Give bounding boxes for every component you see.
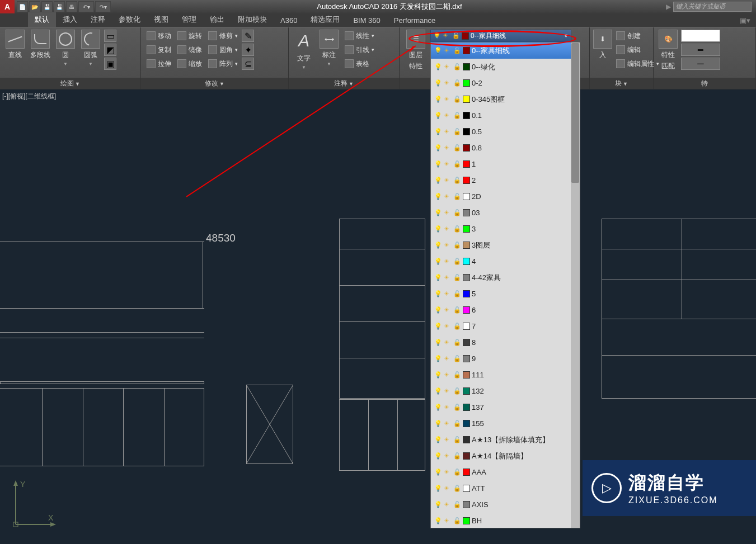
freeze-icon[interactable]: ☀	[444, 501, 452, 509]
freeze-icon[interactable]: ☀	[444, 290, 452, 298]
qat-save-icon[interactable]: 💾	[41, 1, 53, 12]
layer-item[interactable]: 💡☀🔓4	[431, 253, 580, 269]
bulb-icon[interactable]: 💡	[434, 96, 442, 103]
line-button[interactable]: 直线	[3, 30, 27, 75]
freeze-icon[interactable]: ☀	[444, 420, 452, 428]
lock-icon[interactable]: 🔓	[453, 128, 461, 136]
lock-icon[interactable]: 🔓	[453, 452, 461, 460]
tab-annotate[interactable]: 注释	[84, 12, 112, 27]
circle-button[interactable]: 圆▼	[54, 30, 77, 75]
lineweight-selector[interactable]: ━	[681, 44, 720, 56]
lock-icon[interactable]: 🔓	[453, 209, 461, 217]
layer-item[interactable]: 💡☀🔓A★13【拆除墙体填充】	[431, 432, 580, 448]
bulb-icon[interactable]: 💡	[434, 274, 442, 282]
layer-item[interactable]: 💡☀🔓0-345图框	[431, 91, 580, 107]
tab-overflow-icon[interactable]: ▣▾	[734, 14, 756, 27]
layer-dropdown[interactable]: 💡 ☀ 🔓 0--家具细线 ▼ 💡☀🔓0--家具细线💡☀🔓0--绿化💡☀🔓0-2…	[430, 30, 571, 42]
layer-item[interactable]: 💡☀🔓111	[431, 367, 580, 383]
bulb-icon[interactable]: 💡	[434, 501, 442, 509]
lock-icon[interactable]: 🔓	[453, 258, 461, 266]
bulb-icon[interactable]: 💡	[434, 517, 442, 525]
lock-icon[interactable]: 🔓	[453, 47, 461, 55]
layer-item[interactable]: 💡☀🔓1	[431, 156, 580, 172]
tab-addons[interactable]: 附加模块	[231, 12, 274, 27]
lock-icon[interactable]: 🔓	[453, 63, 461, 71]
hatch-button[interactable]: ◩	[104, 44, 116, 56]
freeze-icon[interactable]: ☀	[444, 258, 452, 266]
freeze-icon[interactable]: ☀	[444, 436, 452, 444]
lock-icon[interactable]: 🔓	[453, 242, 461, 249]
tab-parametric[interactable]: 参数化	[112, 12, 147, 27]
bulb-icon[interactable]: 💡	[434, 79, 442, 87]
layer-item[interactable]: 💡☀🔓5	[431, 286, 580, 302]
lock-icon[interactable]: 🔓	[453, 144, 461, 152]
layer-item[interactable]: 💡☀🔓155	[431, 415, 580, 432]
bulb-icon[interactable]: 💡	[434, 485, 442, 493]
freeze-icon[interactable]: ☀	[444, 160, 452, 168]
layer-item[interactable]: 💡☀🔓8	[431, 334, 580, 351]
bulb-icon[interactable]: 💡	[434, 258, 442, 266]
tab-featured[interactable]: 精选应用	[304, 12, 346, 27]
freeze-icon[interactable]: ☀	[444, 469, 452, 476]
layer-item[interactable]: 💡☀🔓3图层	[431, 237, 580, 253]
insert-block-button[interactable]: ⬇入	[593, 30, 612, 75]
lock-icon[interactable]: 🔓	[453, 306, 461, 314]
tab-bim360[interactable]: BIM 360	[346, 14, 387, 27]
layer-scrollbar[interactable]	[571, 42, 580, 528]
bulb-icon[interactable]: 💡	[434, 160, 442, 168]
layer-item[interactable]: 💡☀🔓AXIS	[431, 496, 580, 513]
bulb-icon[interactable]: 💡	[434, 404, 442, 411]
freeze-icon[interactable]: ☀	[444, 63, 452, 71]
layer-item[interactable]: 💡☀🔓03	[431, 205, 580, 221]
qat-saveas-icon[interactable]: 💾	[54, 1, 65, 12]
polyline-button[interactable]: 多段线	[29, 30, 52, 75]
freeze-icon[interactable]: ☀	[444, 79, 452, 87]
bulb-icon[interactable]: 💡	[434, 242, 442, 249]
bulb-icon[interactable]: 💡	[434, 209, 442, 217]
lock-icon[interactable]: 🔓	[453, 96, 461, 103]
qat-open-icon[interactable]: 📂	[29, 1, 40, 12]
panel-block-title[interactable]: 块▼	[590, 78, 653, 89]
bulb-icon[interactable]: 💡	[434, 420, 442, 428]
freeze-icon[interactable]: ☀	[444, 485, 452, 493]
lock-icon[interactable]: 🔓	[453, 501, 461, 509]
freeze-icon[interactable]: ☀	[444, 96, 452, 103]
bulb-icon[interactable]: 💡	[434, 47, 442, 55]
qat-new-icon[interactable]: 📄	[17, 1, 28, 12]
layer-item[interactable]: 💡☀🔓A★14【新隔墙】	[431, 448, 580, 464]
freeze-icon[interactable]: ☀	[444, 274, 452, 282]
trim-button[interactable]: 修剪 ▾	[206, 30, 240, 42]
freeze-icon[interactable]: ☀	[444, 355, 452, 363]
lock-icon[interactable]: 🔓	[453, 160, 461, 168]
freeze-icon[interactable]: ☀	[444, 177, 452, 185]
tab-view[interactable]: 视图	[147, 12, 175, 27]
layer-item[interactable]: 💡☀🔓137	[431, 399, 580, 415]
lock-icon[interactable]: 🔓	[453, 274, 461, 282]
layer-current-selector[interactable]: 💡 ☀ 🔓 0--家具细线 ▼	[430, 30, 571, 42]
app-logo-icon[interactable]: A	[0, 0, 15, 13]
layer-item[interactable]: 💡☀🔓2D	[431, 188, 580, 205]
panel-properties-title[interactable]: 特	[654, 78, 755, 89]
qat-undo-icon[interactable]: ↶▾	[78, 1, 94, 12]
freeze-icon[interactable]: ☀	[444, 144, 452, 152]
freeze-icon[interactable]: ☀	[444, 128, 452, 136]
bulb-icon[interactable]: 💡	[434, 193, 442, 201]
lock-icon[interactable]: 🔓	[453, 193, 461, 201]
freeze-icon[interactable]: ☀	[444, 371, 452, 379]
copy-button[interactable]: 复制	[144, 44, 173, 56]
tab-insert[interactable]: 插入	[56, 12, 84, 27]
viewport-label[interactable]: [-][俯视][二维线框]	[2, 92, 56, 101]
layer-item[interactable]: 💡☀🔓6	[431, 302, 580, 318]
tab-default[interactable]: 默认	[28, 12, 56, 27]
bulb-icon[interactable]: 💡	[434, 355, 442, 363]
freeze-icon[interactable]: ☀	[444, 452, 452, 460]
layer-item[interactable]: 💡☀🔓0.1	[431, 107, 580, 124]
tab-manage[interactable]: 管理	[175, 12, 203, 27]
bulb-icon[interactable]: 💡	[434, 339, 442, 347]
lock-icon[interactable]: 🔓	[453, 371, 461, 379]
layer-item[interactable]: 💡☀🔓7	[431, 318, 580, 334]
bulb-icon[interactable]: 💡	[434, 128, 442, 136]
bulb-icon[interactable]: 💡	[434, 323, 442, 330]
bulb-icon[interactable]: 💡	[434, 387, 442, 395]
qat-redo-icon[interactable]: ↷▾	[95, 1, 111, 12]
